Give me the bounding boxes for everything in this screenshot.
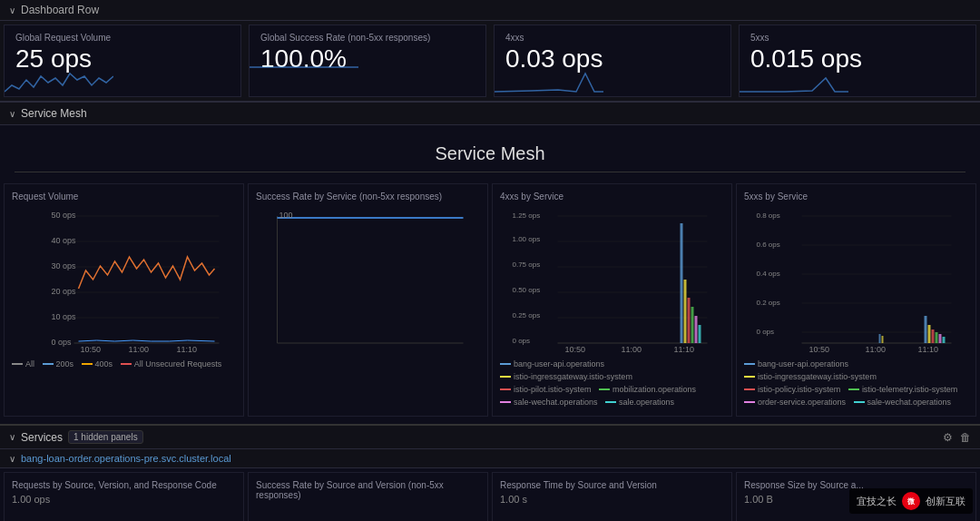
- chart-area-2: 100: [256, 207, 480, 352]
- metric-card-2: 4xxs 0.03 ops: [494, 25, 731, 97]
- svg-text:11:00: 11:00: [866, 345, 887, 352]
- metric-title-2: 4xxs: [505, 33, 720, 43]
- services-trash-icon[interactable]: 🗑: [960, 431, 971, 444]
- svg-text:0 ops: 0 ops: [52, 338, 73, 347]
- metric-title-1: Global Success Rate (non-5xx responses): [260, 33, 475, 43]
- svg-rect-56: [936, 332, 938, 343]
- svg-rect-55: [932, 329, 935, 343]
- svg-text:11:10: 11:10: [918, 345, 939, 352]
- svg-rect-36: [691, 307, 694, 343]
- chart-panel-success-rate: Success Rate by Service (non-5xx respons…: [248, 183, 488, 417]
- svg-text:0.2 ops: 0.2 ops: [757, 299, 780, 307]
- service-mesh-title: Service Mesh: [15, 136, 965, 172]
- chart-legend-3: bang-user-api.operations istio-ingressga…: [500, 358, 724, 408]
- metric-card-0: Global Request Volume 25 ops: [4, 25, 241, 97]
- svg-rect-35: [688, 298, 691, 343]
- bottom-chart-title-2: Response Time by Source and Version: [500, 480, 724, 490]
- svg-text:1.00 ops: 1.00 ops: [513, 235, 541, 243]
- chart-area-1: 50 ops 40 ops 30 ops 20 ops 10 ops 0 ops…: [12, 207, 236, 352]
- bottom-chart-value-2: 1.00 s: [500, 494, 724, 505]
- svg-rect-57: [939, 334, 942, 343]
- watermark: 宜技之长 微 创新互联: [849, 488, 973, 514]
- svg-rect-59: [879, 334, 881, 343]
- svg-text:0.4 ops: 0.4 ops: [757, 270, 780, 278]
- services-section-header: ∨ Services 1 hidden panels ⚙ 🗑: [0, 424, 980, 449]
- chart-title-1: Request Volume: [12, 192, 236, 202]
- chart-title-2: Success Rate by Service (non-5xx respons…: [256, 192, 480, 202]
- svg-text:0.50 ops: 0.50 ops: [513, 286, 541, 294]
- bottom-chart-value-0: 1.00 ops: [12, 494, 236, 505]
- watermark-text1: 宜技之长: [857, 495, 897, 508]
- services-icons: ⚙ 🗑: [943, 431, 971, 444]
- chart-legend-4: bang-user-api.operations istio-ingressga…: [744, 358, 968, 408]
- watermark-logo: 微: [902, 492, 920, 510]
- charts-row: Request Volume 50 ops 40 ops 30 ops 20 o…: [0, 183, 980, 417]
- services-label: Services: [21, 431, 63, 444]
- svg-rect-34: [684, 280, 687, 343]
- svg-text:30 ops: 30 ops: [52, 261, 77, 270]
- svg-text:10:50: 10:50: [809, 345, 830, 352]
- svg-text:100: 100: [279, 211, 293, 220]
- bottom-charts-row: Requests by Source, Version, and Respons…: [0, 468, 980, 521]
- bottom-chart-title-1: Success Rate by Source and Version (non-…: [256, 480, 480, 500]
- metric-card-3: 5xxs 0.015 ops: [739, 25, 976, 97]
- service-mesh-section-label: Service Mesh: [21, 107, 87, 120]
- metric-title-0: Global Request Volume: [15, 33, 230, 43]
- svg-rect-37: [695, 316, 698, 343]
- svg-text:0.8 ops: 0.8 ops: [757, 211, 780, 220]
- bottom-chart-panel-0: Requests by Source, Version, and Respons…: [4, 472, 244, 521]
- svg-text:0 ops: 0 ops: [757, 328, 775, 336]
- svg-text:11:10: 11:10: [674, 345, 695, 352]
- svg-text:0.25 ops: 0.25 ops: [513, 311, 541, 319]
- bottom-chart-title-0: Requests by Source, Version, and Respons…: [12, 480, 236, 490]
- svg-rect-60: [882, 336, 884, 343]
- service-mesh-chevron[interactable]: ∨: [9, 109, 15, 119]
- svg-text:10:50: 10:50: [565, 345, 586, 352]
- svg-rect-54: [928, 325, 931, 343]
- service-instance-header: ∨ bang-loan-order.operations-pre.svc.clu…: [0, 449, 980, 468]
- chart-area-3: 1.25 ops 1.00 ops 0.75 ops 0.50 ops 0.25…: [500, 207, 724, 352]
- svg-text:10 ops: 10 ops: [52, 312, 77, 321]
- chart-title-3: 4xxs by Service: [500, 192, 724, 202]
- service-mesh-container: Service Mesh Request Volume 50 ops 40 op…: [0, 125, 980, 424]
- svg-rect-53: [925, 316, 927, 343]
- services-chevron[interactable]: ∨: [9, 432, 15, 442]
- services-settings-icon[interactable]: ⚙: [943, 431, 953, 444]
- chart-panel-request-volume: Request Volume 50 ops 40 ops 30 ops 20 o…: [4, 183, 244, 417]
- svg-rect-38: [699, 325, 701, 343]
- service-mesh-section-header: ∨ Service Mesh: [0, 102, 980, 125]
- dashboard-row-header: ∨ Dashboard Row: [0, 0, 980, 21]
- bottom-chart-panel-1: Success Rate by Source and Version (non-…: [248, 472, 488, 521]
- metrics-row: Global Request Volume 25 ops Global Succ…: [0, 21, 980, 102]
- metric-card-1: Global Success Rate (non-5xx responses) …: [249, 25, 486, 97]
- chart-legend-1: All 200s 400s All Unsecured Requests: [12, 358, 236, 370]
- svg-rect-58: [943, 337, 946, 343]
- svg-text:0.75 ops: 0.75 ops: [513, 260, 541, 269]
- svg-text:10:50: 10:50: [81, 345, 102, 352]
- svg-text:50 ops: 50 ops: [52, 211, 77, 220]
- svg-text:40 ops: 40 ops: [52, 236, 77, 245]
- metric-title-3: 5xxs: [750, 33, 965, 43]
- services-badge: 1 hidden panels: [68, 430, 143, 444]
- watermark-text2: 创新互联: [926, 495, 965, 508]
- svg-text:11:00: 11:00: [129, 345, 150, 352]
- svg-text:11:10: 11:10: [177, 345, 198, 352]
- dashboard-row-chevron[interactable]: ∨: [9, 5, 15, 15]
- svg-text:1.25 ops: 1.25 ops: [513, 211, 541, 220]
- svg-text:20 ops: 20 ops: [52, 287, 77, 296]
- service-instance-label: bang-loan-order.operations-pre.svc.clust…: [21, 453, 231, 464]
- chart-panel-5xxs: 5xxs by Service 0.8 ops 0.6 ops 0.4 ops …: [736, 183, 976, 417]
- chart-panel-4xxs: 4xxs by Service 1.25 ops 1.00 ops 0.75 o…: [492, 183, 732, 417]
- svg-text:0 ops: 0 ops: [513, 337, 531, 345]
- bottom-chart-panel-2: Response Time by Source and Version 1.00…: [492, 472, 732, 521]
- dashboard-row-label: Dashboard Row: [21, 4, 99, 16]
- chart-title-4: 5xxs by Service: [744, 192, 968, 202]
- svg-text:11:00: 11:00: [622, 345, 642, 352]
- svg-rect-33: [681, 223, 683, 343]
- svg-text:0.6 ops: 0.6 ops: [757, 241, 780, 249]
- service-instance-chevron[interactable]: ∨: [9, 454, 15, 464]
- chart-area-4: 0.8 ops 0.6 ops 0.4 ops 0.2 ops 0 ops 10…: [744, 207, 968, 352]
